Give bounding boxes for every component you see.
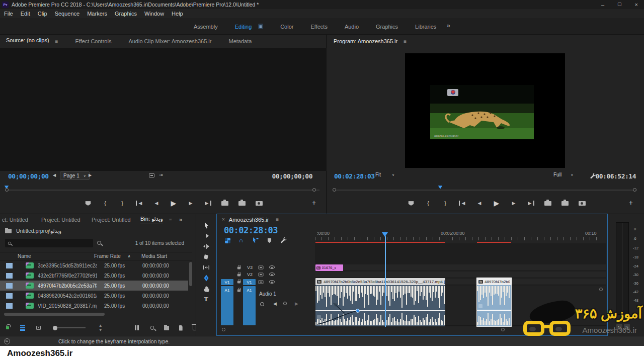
bin-writable-icon[interactable] — [6, 326, 9, 329]
creative-cloud-icon[interactable] — [4, 338, 10, 344]
item-name[interactable]: VID_20150828_203817.mp4 — [38, 303, 97, 309]
source-zoom-handle-left[interactable] — [5, 188, 9, 192]
find-in-bin-icon[interactable] — [97, 241, 101, 245]
track-lock-icon[interactable] — [237, 281, 240, 284]
column-name[interactable]: Name — [18, 253, 94, 259]
quality-selector[interactable]: Full ∨ — [553, 172, 573, 177]
tab-audio-clip-mixer[interactable]: Audio Clip Mixer: Amoozesh365.ir — [128, 38, 211, 44]
item-thumbnail[interactable] — [6, 283, 13, 289]
track-label-v2[interactable]: V2 — [247, 272, 253, 277]
table-row[interactable]: 432e2bf7765f0e27702fe91bca 25.00 fps 00:… — [0, 270, 188, 281]
workspace-menu-icon[interactable]: ≡ — [258, 24, 263, 29]
linked-selection-icon[interactable] — [252, 237, 259, 244]
page-selector[interactable]: Page 1 ∨ — [60, 171, 90, 180]
tab-metadata[interactable]: Metadata — [228, 38, 252, 44]
item-name[interactable]: 432e2bf7765f0e27702fe91bca — [38, 273, 97, 279]
program-button-editor-icon[interactable]: + — [629, 199, 633, 207]
project-tabs-overflow-icon[interactable]: » — [179, 216, 183, 223]
track-output-eye-icon[interactable] — [269, 280, 275, 284]
track-select-forward-tool[interactable] — [200, 231, 212, 240]
new-bin-icon[interactable] — [164, 326, 169, 330]
program-timecode[interactable]: 00:02:28:03 — [334, 172, 375, 180]
item-name[interactable]: 043896200542c2e001601ac7 — [38, 293, 97, 299]
nest-sequence-icon[interactable] — [225, 238, 230, 243]
sync-lock-icon[interactable] — [259, 273, 264, 276]
item-thumbnail[interactable] — [6, 303, 13, 309]
program-extract-icon[interactable] — [561, 201, 569, 206]
source-goto-out-button[interactable]: ▶ — [204, 201, 211, 206]
solo-left-button[interactable]: S — [616, 324, 622, 330]
source-export-frame-icon[interactable] — [256, 201, 263, 206]
source-zoom-handle-right[interactable] — [312, 188, 316, 192]
menu-window[interactable]: Window — [144, 11, 164, 17]
track-target-a1[interactable]: A1 — [243, 286, 256, 325]
menu-sequence[interactable]: Sequence — [55, 11, 80, 17]
program-step-back-button[interactable]: ◀ — [476, 201, 483, 206]
timeline-tab-close-icon[interactable]: × — [222, 217, 225, 222]
table-row-selected[interactable]: 48970f47b2b0b5c2e53a7f3c8 25.00 fps 00:0… — [0, 281, 188, 291]
tab-program[interactable]: Program: Amoozesh365.ir — [334, 38, 397, 44]
minimize-button[interactable]: – — [601, 2, 604, 8]
zoom-slider[interactable] — [53, 326, 86, 330]
program-mark-in-button[interactable]: { — [425, 200, 432, 206]
list-view-icon[interactable] — [20, 325, 25, 331]
source-mark-out-button[interactable]: } — [119, 200, 126, 206]
find-icon[interactable] — [150, 326, 154, 330]
workspace-color[interactable]: Color — [280, 24, 293, 30]
razor-tool[interactable] — [200, 252, 212, 261]
workspace-overflow-icon[interactable]: » — [447, 22, 450, 29]
workspace-editing[interactable]: Editing — [235, 24, 252, 30]
timeline-zoom-in-handle[interactable] — [501, 328, 505, 331]
program-add-marker-icon[interactable] — [408, 201, 414, 206]
delete-icon[interactable] — [193, 325, 196, 330]
tab-bin[interactable]: Bin: ويدئو — [140, 216, 163, 224]
timeline-settings-wrench-icon[interactable] — [280, 237, 287, 244]
next-keyframe-icon[interactable]: ▶ — [295, 301, 298, 306]
menu-clip[interactable]: Clip — [38, 11, 47, 17]
track-target-v1[interactable]: V1 — [243, 279, 256, 285]
item-name[interactable]: 3ce3395c15dd52b911ec2a41e8 — [38, 263, 97, 268]
timeline-add-marker-icon[interactable] — [267, 238, 271, 242]
track-label-v3[interactable]: V3 — [247, 265, 253, 270]
close-button[interactable]: × — [635, 2, 638, 8]
program-mark-out-button[interactable]: } — [442, 200, 449, 206]
source-step-forward-button[interactable]: ▶ — [187, 201, 194, 206]
tab-project-3[interactable]: Project: Untitled — [92, 217, 140, 223]
program-export-frame-icon[interactable] — [579, 201, 586, 206]
source-insert-icon[interactable] — [221, 201, 228, 206]
table-row[interactable]: 3ce3395c15dd52b911ec2a41e8 25.00 fps 00:… — [0, 260, 188, 270]
clip-right-title-bar[interactable]: fx 48970f47b2b0 — [477, 278, 511, 285]
source-play-button[interactable]: ▶ — [170, 199, 177, 207]
keyframe-curve[interactable] — [315, 285, 376, 326]
project-panel-menu-icon[interactable]: ≡ — [169, 217, 172, 223]
program-zoom-handle-right[interactable] — [633, 188, 636, 192]
track-output-eye-icon[interactable] — [269, 265, 275, 269]
add-keyframe-icon[interactable] — [283, 302, 287, 305]
workspace-graphics[interactable]: Graphics — [376, 24, 398, 30]
program-goto-out-button[interactable]: ▶ — [527, 201, 534, 206]
keyframe-stopwatch-icon[interactable] — [260, 302, 264, 306]
maximize-button[interactable]: ▢ — [617, 2, 622, 8]
program-play-button[interactable]: ▶ — [493, 199, 500, 207]
source-goto-in-button[interactable]: ◀ — [136, 201, 143, 206]
tab-timeline-sequence[interactable]: Amoozesh365.ir — [229, 217, 269, 223]
program-zoom-handle-left[interactable] — [333, 188, 336, 192]
menu-help[interactable]: Help — [172, 11, 183, 17]
search-input[interactable] — [5, 239, 93, 247]
program-panel-menu-icon[interactable]: ≡ — [404, 39, 407, 44]
item-thumbnail[interactable] — [6, 263, 13, 268]
fit-selector[interactable]: Fit ∨ — [375, 172, 394, 177]
pen-tool[interactable] — [200, 273, 212, 283]
timeline-vertical-zoom-handle[interactable] — [599, 288, 603, 291]
track-lock-icon[interactable] — [237, 267, 240, 269]
timeline-playhead-head[interactable] — [382, 232, 388, 237]
icon-view-icon[interactable] — [36, 326, 41, 330]
sort-ascending-icon[interactable]: ∧ — [128, 254, 131, 258]
column-media-start[interactable]: Media Start — [141, 253, 167, 259]
menu-file[interactable]: File — [4, 11, 13, 17]
source-step-back-button[interactable]: ◀ — [153, 201, 160, 206]
clip-v3-graphic[interactable]: fx 01676_c — [315, 264, 343, 271]
item-thumbnail[interactable] — [6, 293, 13, 299]
item-name[interactable]: 48970f47b2b0b5c2e53a7f3c8 — [38, 283, 97, 289]
breadcrumb[interactable]: Untitled.prproj\ويدئو — [16, 228, 61, 234]
